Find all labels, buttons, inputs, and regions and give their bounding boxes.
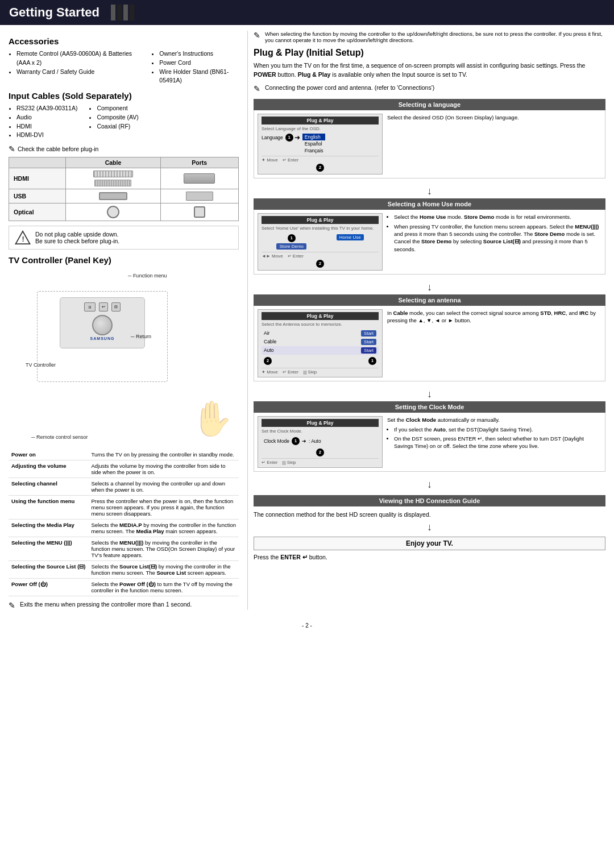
accessory-item: Owner's Instructions — [159, 49, 239, 59]
function-row: Adjusting the volume Adjusts the volume … — [9, 460, 239, 478]
clock-mode-label: Clock Mode — [264, 438, 289, 444]
clock-bullet-2: On the DST screen, press ENTER ↵, then s… — [394, 435, 601, 450]
step-content-language: Plug & Play Select Language of the OSD. … — [254, 110, 605, 178]
screen-title-homeuse: Plug & Play — [262, 216, 379, 224]
warning-line2: Be sure to check before plug-in. — [35, 238, 119, 244]
screen-subtitle-homeuse: Select 'Home Use' when installing this T… — [262, 226, 379, 231]
skip-label: ||| Skip — [303, 369, 317, 375]
antenna-cable-label: Cable — [264, 339, 276, 344]
antenna-auto-btn[interactable]: Start — [361, 347, 376, 354]
screen-body-language: Language 1 ➜ English Español Français — [262, 134, 379, 154]
function-row: Selecting the Source List (⊟) Selects th… — [9, 561, 239, 579]
tv-controller-label: TV Controller — [26, 362, 56, 368]
cable-table: Cable Ports HDMI — [9, 157, 239, 221]
step-desc-homeuse: Select the Home Use mode. Store Demo mod… — [387, 213, 601, 271]
plug-play-desc: When you turn the TV on for the first ti… — [254, 61, 605, 80]
move-label: ✦ Move — [262, 157, 278, 163]
controller-diagram: ─ Function menu ||| ↩ ⊟ — [9, 268, 239, 445]
antenna-row-air: Air Start — [262, 329, 379, 338]
antenna-air-btn[interactable]: Start — [361, 330, 376, 337]
remote-sensor-label: ─ Remote control sensor — [31, 434, 88, 440]
screen-subtitle-clock: Set the Clock Mode. — [262, 429, 379, 434]
header-decoration — [111, 5, 134, 20]
step-desc-antenna: In Cable mode, you can select the correc… — [387, 309, 601, 377]
hand-illustration: 🤚 — [190, 398, 233, 439]
badge-1-homeuse: 1 — [288, 234, 296, 242]
function-label: Selecting channel — [9, 478, 88, 496]
accessory-item: Power Cord — [159, 59, 239, 68]
setup-step-language: Selecting a language Plug & Play Select … — [254, 99, 605, 178]
step-screen-antenna: Plug & Play Select the Antenna source to… — [258, 309, 383, 377]
antenna-rows: Air Start Cable Start Auto Start — [262, 329, 379, 355]
hdmi-port-img — [160, 168, 238, 189]
input-cables-title: Input Cables (Sold Separately) — [9, 91, 239, 101]
accessories-title: Accessories — [9, 36, 239, 46]
input-cables-list2: Component Composite (AV) Coaxial (RF) — [89, 104, 138, 131]
usb-cable-img — [66, 189, 160, 203]
function-desc: Selects the MENU(|||) by moving the cont… — [88, 537, 239, 561]
check-note: ✎ Check the cable before plug-in — [9, 144, 239, 153]
setup-step-homeuse: Selecting a Home Use mode Plug & Play Se… — [254, 198, 605, 275]
screen-nav-bar-antenna: ✦ Move ↵ Enter ||| Skip — [262, 368, 379, 375]
function-menu-label: ─ Function menu — [128, 273, 167, 279]
arrow-right-icon: ➜ — [294, 134, 300, 142]
home-use-btn[interactable]: Home Use — [337, 234, 364, 240]
function-label: Power Off (⏻) — [9, 579, 88, 596]
down-arrow-2: ↓ — [254, 281, 605, 293]
function-desc: Selects a channel by moving the controll… — [88, 478, 239, 496]
function-label: Adjusting the volume — [9, 460, 88, 478]
function-desc: Press the controller when the power is o… — [88, 496, 239, 520]
badge2-clock-cont: 2 — [262, 448, 379, 456]
right-top-note: ✎ When selecting the function by moving … — [254, 31, 605, 43]
antenna-cable-btn[interactable]: Start — [361, 339, 376, 345]
accessories-col2: Owner's Instructions Power Cord Wire Hol… — [151, 49, 239, 85]
move-label-2: ◄► Move — [262, 254, 283, 259]
warning-icon: ! — [15, 230, 31, 246]
connecting-note: ✎ Connecting the power cord and antenna.… — [254, 84, 605, 93]
function-label: Selecting the Media Play — [9, 520, 88, 537]
accessory-item: Warranty Card / Safety Guide — [16, 68, 140, 77]
cable-label-optical: Optical — [9, 203, 66, 221]
right-column: ✎ When selecting the function by moving … — [247, 31, 605, 610]
viewing-hd-header: Viewing the HD Connection Guide — [254, 495, 605, 506]
setup-step-clock: Setting the Clock Mode Plug & Play Set t… — [254, 401, 605, 472]
homeuse-buttons: 1 Store Demo Home Use — [262, 234, 379, 250]
panel-btn-media: ||| — [84, 302, 96, 312]
panel-buttons-row: ||| ↩ ⊟ — [60, 298, 144, 312]
connecting-note-text: Connecting the power cord and antenna. (… — [265, 84, 434, 91]
step-desc-language: Select the desired OSD (On Screen Displa… — [387, 114, 601, 175]
homeuse-bullet-2: When pressing TV controller, the functio… — [394, 223, 601, 253]
step-screen-language: Plug & Play Select Language of the OSD. … — [258, 114, 383, 175]
screen-language-label: Language — [262, 134, 283, 140]
warning-line1: Do not plug cable upside down. — [35, 231, 119, 238]
panel-joystick — [92, 315, 113, 335]
step-header-clock: Setting the Clock Mode — [254, 401, 605, 413]
bottom-note-icon: ✎ — [9, 601, 15, 610]
function-row: Power on Turns the TV on by pressing the… — [9, 449, 239, 460]
function-table: Power on Turns the TV on by pressing the… — [9, 449, 239, 596]
svg-text:!: ! — [22, 235, 24, 243]
function-label: Selecting the Source List (⊟) — [9, 561, 88, 579]
step-desc-clock: Set the Clock Mode automatically or manu… — [387, 416, 601, 468]
badge2-homeuse: 2 — [262, 260, 379, 268]
screen-language-options: English Español Français — [302, 134, 326, 154]
badge2-container-lang: 2 — [262, 164, 379, 172]
bottom-note-text: Exits the menu when pressing the control… — [20, 601, 192, 608]
down-arrow-4: ↓ — [254, 479, 605, 491]
cable-table-header-ports: Ports — [160, 157, 238, 168]
antenna-row-cable: Cable Start — [262, 338, 379, 346]
badge-2-clock: 2 — [316, 448, 324, 456]
clock-value: : Auto — [309, 438, 321, 444]
screen-title-language: Plug & Play — [262, 117, 379, 124]
tv-controller-title: TV Controller (Panel Key) — [9, 255, 239, 265]
enter-label-2: ↵ Enter — [288, 254, 304, 259]
header-bar-2 — [117, 5, 122, 20]
step-screen-clock: Plug & Play Set the Clock Mode. Clock Mo… — [258, 416, 383, 468]
screen-title-clock: Plug & Play — [262, 419, 379, 427]
page-title: Getting Started — [9, 5, 99, 20]
right-note-text: When selecting the function by moving th… — [265, 31, 605, 43]
store-demo-btn[interactable]: Store Demo — [276, 243, 306, 250]
function-desc: Selects the Source List(⊟) by moving the… — [88, 561, 239, 579]
function-row: Power Off (⏻) Selects the Power Off (⏻) … — [9, 579, 239, 596]
screen-nav-bar-language: ✦ Move ↵ Enter — [262, 156, 379, 163]
